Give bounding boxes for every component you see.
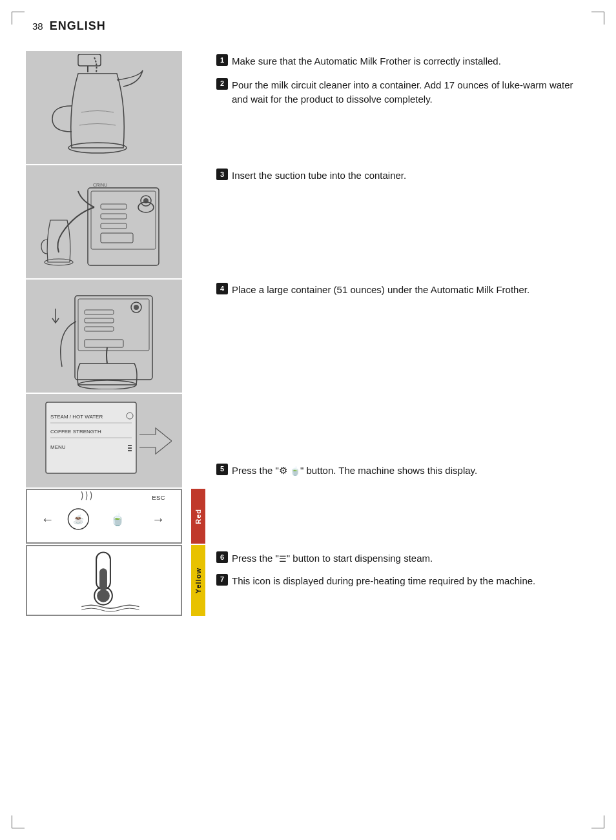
header: 38 ENGLISH (26, 19, 590, 33)
step-6-text: Press the "☰" button to start dispensing… (232, 551, 433, 566)
step-4-badge: 4 (216, 283, 228, 294)
step-1-text: Make sure that the Automatic Milk Frothe… (232, 54, 501, 69)
step-3-badge: 3 (216, 169, 228, 180)
svg-text:🍵: 🍵 (110, 512, 125, 526)
svg-text:ESC: ESC (152, 494, 165, 501)
step-6: 6 Press the "☰" button to start dispensi… (216, 551, 590, 566)
steps-group-5b (216, 489, 590, 546)
page-title: ENGLISH (50, 19, 106, 33)
image-4-block: STEAM / HOT WATER COFFEE STRENGTH MENU (26, 394, 182, 487)
image-3-svg (36, 283, 172, 389)
image-5-svg: ESC ← ☕ 🍵 → (27, 490, 181, 543)
step-5-text: Press the "⚙ 🍵" button. The machine show… (232, 464, 477, 478)
step-2-text: Pour the milk circuit cleaner into a con… (232, 78, 590, 107)
svg-point-49 (97, 589, 110, 602)
red-label-text: Red (194, 509, 202, 524)
svg-text:CRINU: CRINU (93, 183, 107, 187)
image-5-wrapper: ESC ← ☕ 🍵 → (26, 489, 200, 544)
corner-mark-br (591, 815, 604, 828)
step-6-badge: 6 (216, 551, 228, 563)
step-7-badge: 7 (216, 574, 228, 586)
svg-rect-48 (99, 568, 107, 591)
corner-mark-tr (591, 12, 604, 25)
image-1-svg (39, 54, 169, 161)
step-3-text: Insert the suction tube into the contain… (232, 169, 406, 183)
svg-text:→: → (152, 511, 165, 526)
yellow-label: Yellow (191, 545, 205, 616)
svg-text:☕: ☕ (73, 513, 85, 524)
image-6-svg (27, 546, 181, 615)
step-7: 7 This icon is displayed during pre-heat… (216, 574, 590, 589)
page: 38 ENGLISH (0, 0, 616, 840)
step-2: 2 Pour the milk circuit cleaner into a c… (216, 78, 590, 107)
svg-point-20 (134, 305, 139, 310)
image-5-block: ESC ← ☕ 🍵 → (26, 489, 182, 544)
svg-text:STEAM / HOT WATER: STEAM / HOT WATER (50, 414, 103, 420)
steps-group-1-2: 1 Make sure that the Automatic Milk Frot… (216, 51, 590, 165)
image-6-wrapper: Yellow (26, 545, 200, 616)
steps-group-3: 3 Insert the suction tube into the conta… (216, 165, 590, 280)
steps-group-4: 4 Place a large container (51 ounces) un… (216, 280, 590, 394)
image-2-svg: CRINU (36, 169, 172, 275)
left-column: CRINU (26, 51, 200, 620)
svg-rect-36 (128, 447, 132, 449)
corner-mark-tl (12, 12, 25, 25)
svg-text:←: ← (41, 511, 54, 526)
right-column: 1 Make sure that the Automatic Milk Frot… (200, 51, 590, 620)
step-4: 4 Place a large container (51 ounces) un… (216, 283, 590, 298)
image-1-block (26, 51, 182, 164)
step-5-badge: 5 (216, 464, 228, 475)
step-1-badge: 1 (216, 54, 228, 66)
step-2-badge: 2 (216, 78, 228, 90)
steps-group-5: 5 Press the "⚙ 🍵" button. The machine sh… (216, 394, 590, 489)
page-number: 38 (32, 21, 43, 32)
step-5: 5 Press the "⚙ 🍵" button. The machine sh… (216, 464, 590, 478)
svg-text:COFFEE STRENGTH: COFFEE STRENGTH (50, 429, 101, 435)
svg-rect-35 (128, 445, 132, 446)
red-label: Red (191, 489, 205, 544)
yellow-label-text: Yellow (194, 568, 202, 593)
step-3: 3 Insert the suction tube into the conta… (216, 169, 590, 183)
corner-mark-bl (12, 815, 25, 828)
image-6-block (26, 545, 182, 616)
image-2-block: CRINU (26, 165, 182, 278)
step-1: 1 Make sure that the Automatic Milk Frot… (216, 54, 590, 69)
svg-rect-0 (39, 54, 169, 161)
svg-rect-37 (128, 450, 132, 451)
step-7-text: This icon is displayed during pre-heatin… (232, 574, 535, 589)
image-3-block (26, 280, 182, 393)
image-4-svg: STEAM / HOT WATER COFFEE STRENGTH MENU (36, 396, 172, 486)
svg-text:MENU: MENU (50, 444, 66, 450)
step-4-text: Place a large container (51 ounces) unde… (232, 283, 529, 298)
steps-group-6-7: 6 Press the "☰" button to start dispensi… (216, 546, 590, 620)
